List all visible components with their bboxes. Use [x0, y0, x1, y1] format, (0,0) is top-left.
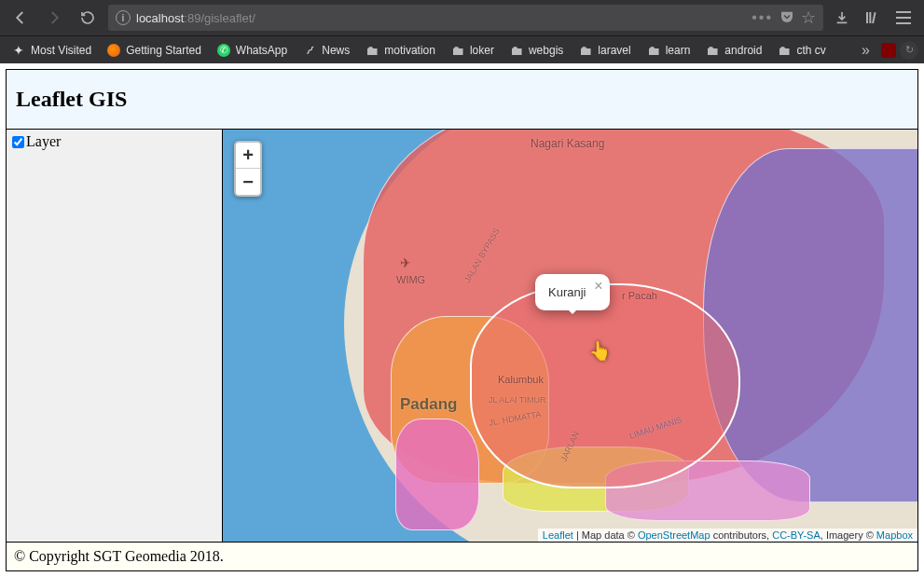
- map[interactable]: Nagari Kasang ✈ WIMG JALAN BYPASS Padang…: [223, 130, 917, 542]
- downloads-icon[interactable]: [831, 7, 853, 29]
- map-popup: Kuranji ×: [535, 274, 610, 310]
- menu-button[interactable]: [890, 5, 917, 31]
- label-kasang: Nagari Kasang: [531, 137, 604, 150]
- firefox-icon: [106, 43, 121, 58]
- layer-checkbox[interactable]: [12, 136, 24, 148]
- page-actions-icon[interactable]: •••: [752, 9, 773, 26]
- svg-rect-0: [866, 12, 868, 23]
- reload-ext-icon[interactable]: ↻: [900, 41, 918, 60]
- star-icon: [11, 43, 26, 58]
- page-title: Leaflet GIS: [16, 87, 908, 112]
- info-icon[interactable]: i: [116, 10, 131, 25]
- page-content: Leaflet GIS Layer: [0, 63, 924, 577]
- reload-button[interactable]: [75, 5, 101, 31]
- svg-rect-1: [869, 12, 871, 23]
- folder-icon: [450, 43, 465, 58]
- popup-close-button[interactable]: ×: [594, 278, 602, 295]
- whatsapp-icon: [216, 43, 231, 58]
- leaflet-link[interactable]: Leaflet: [543, 529, 573, 541]
- bookmark-news[interactable]: News: [297, 40, 355, 61]
- library-icon[interactable]: [861, 7, 883, 29]
- back-button[interactable]: [7, 5, 34, 31]
- page-header: Leaflet GIS: [7, 70, 917, 130]
- url-text: localhost:89/gisleaflet/: [136, 11, 746, 25]
- region-east[interactable]: [703, 148, 917, 502]
- bookmark-cth-cv[interactable]: cth cv: [771, 40, 831, 61]
- layer-toggle[interactable]: Layer: [12, 133, 216, 150]
- bookmark-loker[interactable]: loker: [445, 40, 500, 61]
- label-pacah: r Pacah: [622, 290, 657, 301]
- bookmark-whatsapp[interactable]: WhatsApp: [211, 40, 293, 61]
- osm-link[interactable]: OpenStreetMap: [638, 529, 710, 541]
- zoom-in-button[interactable]: +: [236, 143, 260, 169]
- bookmark-getting-started[interactable]: Getting Started: [101, 40, 207, 61]
- folder-icon: [365, 43, 379, 58]
- region-kuranji[interactable]: [470, 283, 740, 488]
- label-kalumbuk: Kalumbuk: [498, 374, 544, 385]
- forward-button: [41, 5, 67, 31]
- airport-icon: ✈: [400, 255, 411, 270]
- city-padang: Padang: [400, 395, 457, 414]
- sidebar: Layer: [7, 130, 223, 542]
- folder-icon: [509, 43, 524, 58]
- footer: © Copyright SGT Geomedia 2018.: [7, 542, 917, 570]
- bookmark-laravel[interactable]: laravel: [572, 40, 636, 61]
- folder-icon: [777, 43, 792, 58]
- popup-text: Kuranji: [548, 285, 586, 299]
- folder-icon: [578, 43, 593, 58]
- svg-rect-2: [872, 12, 876, 23]
- zoom-out-button[interactable]: −: [236, 169, 260, 195]
- bookmark-learn[interactable]: learn: [641, 40, 696, 61]
- bookmarks-overflow[interactable]: »: [854, 42, 877, 59]
- bookmarks-bar: Most Visited Getting Started WhatsApp Ne…: [0, 35, 924, 63]
- bookmark-star-icon[interactable]: ☆: [801, 7, 816, 28]
- mapbox-link[interactable]: Mapbox: [876, 529, 913, 541]
- map-attribution: Leaflet | Map data © OpenStreetMap contr…: [538, 529, 917, 542]
- rss-icon: [302, 43, 317, 58]
- bookmark-most-visited[interactable]: Most Visited: [6, 40, 97, 61]
- folder-icon: [705, 43, 720, 58]
- url-bar[interactable]: i localhost:89/gisleaflet/ ••• ☆: [108, 5, 823, 31]
- label-wimg: WIMG: [396, 274, 425, 285]
- pocket-icon[interactable]: [779, 8, 795, 28]
- layer-label: Layer: [26, 133, 61, 150]
- browser-toolbar: i localhost:89/gisleaflet/ ••• ☆: [0, 0, 924, 35]
- folder-icon: [646, 43, 661, 58]
- zoom-control: + −: [234, 141, 262, 197]
- bookmark-android[interactable]: android: [699, 40, 767, 61]
- cc-link[interactable]: CC-BY-SA: [772, 529, 821, 541]
- region-padang-barat[interactable]: [395, 419, 479, 530]
- bookmark-motivation[interactable]: motivation: [359, 40, 441, 61]
- bookmark-webgis[interactable]: webgis: [503, 40, 569, 61]
- road-alai: JL ALAI TIMUR: [489, 395, 546, 405]
- ublock-icon[interactable]: [881, 43, 896, 58]
